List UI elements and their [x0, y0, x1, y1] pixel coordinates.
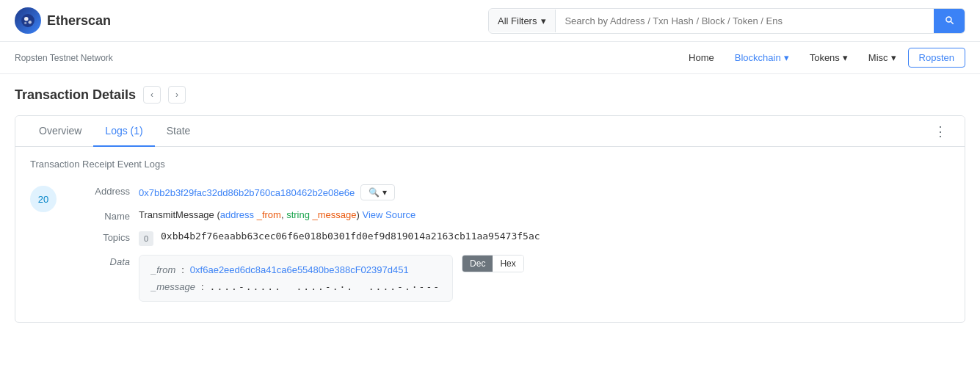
- topic-item: 0 0xbb4b2f76eaabb63cec06f6e018b0301fd0ef…: [139, 231, 950, 246]
- name-var1: _from: [257, 209, 281, 220]
- filter-dropdown[interactable]: All Filters ▾: [489, 10, 556, 32]
- nav-misc-label: Misc: [868, 52, 888, 63]
- log-number: 20: [30, 186, 57, 212]
- filter-label: All Filters: [498, 15, 537, 26]
- nav-tokens[interactable]: Tokens ▾: [801, 48, 857, 68]
- data-row: Data _from : 0xf6ae2eed6dc8a41ca6e55480b…: [71, 255, 950, 302]
- data-from-value[interactable]: 0xf6ae2eed6dc8a41ca6e55480be388cF02397d4…: [190, 264, 409, 275]
- topics-label: Topics: [71, 231, 130, 243]
- ropsten-button[interactable]: Ropsten: [908, 48, 965, 68]
- chevron-down-icon: ▾: [541, 15, 546, 26]
- data-message-colon: :: [201, 281, 204, 292]
- address-label: Address: [71, 184, 130, 197]
- log-details: Address 0x7bb2b3f29fac32dd86b2b760ca1804…: [71, 184, 950, 311]
- search-button[interactable]: [934, 9, 965, 33]
- receipt-header: Transaction Receipt Event Logs: [30, 159, 950, 170]
- page-content: Transaction Details ‹ › Overview Logs (1…: [0, 74, 980, 335]
- prev-arrow[interactable]: ‹: [143, 86, 161, 104]
- nav-misc[interactable]: Misc ▾: [860, 48, 905, 68]
- nav-blockchain-label: Blockchain: [735, 52, 781, 63]
- logo-icon: [15, 7, 41, 34]
- tab-logs[interactable]: Logs (1): [93, 116, 154, 147]
- name-suffix: ): [357, 209, 360, 220]
- nav-tokens-label: Tokens: [810, 52, 840, 63]
- logo-text: Etherscan: [47, 13, 111, 29]
- data-area-wrapper: _from : 0xf6ae2eed6dc8a41ca6e55480be388c…: [139, 255, 524, 302]
- nav-links: Home Blockchain ▾ Tokens ▾ Misc ▾ Ropste…: [680, 48, 965, 68]
- network-badge: Ropsten Testnet Network: [15, 53, 113, 63]
- tab-state[interactable]: State: [155, 116, 203, 147]
- tab-overview[interactable]: Overview: [27, 116, 93, 147]
- nav-home-label: Home: [689, 52, 714, 63]
- hex-button[interactable]: Hex: [493, 256, 523, 272]
- topic-index: 0: [139, 231, 153, 246]
- nav-blockchain[interactable]: Blockchain ▾: [726, 48, 798, 68]
- data-from-colon: :: [181, 264, 184, 275]
- logo-link[interactable]: Etherscan: [15, 7, 111, 34]
- search-icon: 🔍: [369, 187, 380, 198]
- data-box: _from : 0xf6ae2eed6dc8a41ca6e55480be388c…: [139, 255, 453, 302]
- address-row: Address 0x7bb2b3f29fac32dd86b2b760ca1804…: [71, 184, 950, 200]
- name-prefix: TransmitMessage (: [139, 209, 220, 220]
- data-from-key: _from: [151, 264, 175, 275]
- name-row: Name TransmitMessage (address _from, str…: [71, 209, 950, 222]
- dec-hex-toggle: Dec Hex: [462, 255, 524, 272]
- search-bar: All Filters ▾: [488, 8, 965, 34]
- tabs-header: Overview Logs (1) State ⋮: [15, 116, 965, 147]
- name-label: Name: [71, 209, 130, 222]
- sub-header: Ropsten Testnet Network Home Blockchain …: [0, 42, 980, 74]
- data-label: Data: [71, 255, 130, 267]
- data-message-value: ....-..... ....-.·. ....-.·---: [210, 281, 440, 292]
- next-arrow[interactable]: ›: [168, 86, 186, 104]
- tabs-container: Overview Logs (1) State ⋮ Transaction Re…: [15, 115, 965, 323]
- data-message-key: _message: [151, 281, 195, 292]
- address-link[interactable]: 0x7bb2b3f29fac32dd86b2b760ca180462b2e08e…: [139, 187, 355, 198]
- nav-home[interactable]: Home: [680, 48, 723, 68]
- topic-hash: 0xbb4b2f76eaabb63cec06f6e018b0301fd0ef9d…: [161, 231, 540, 242]
- name-comma: ,: [281, 209, 284, 220]
- name-var2: _message: [313, 209, 357, 220]
- page-title: Transaction Details: [15, 87, 136, 103]
- chevron-down-icon: ▾: [784, 52, 789, 63]
- svg-point-1: [24, 17, 29, 21]
- name-param1[interactable]: address: [220, 209, 254, 220]
- chevron-down-icon: ▾: [891, 52, 896, 63]
- tabs-menu-icon[interactable]: ⋮: [928, 117, 953, 145]
- dec-button[interactable]: Dec: [462, 256, 493, 272]
- topics-value: 0 0xbb4b2f76eaabb63cec06f6e018b0301fd0ef…: [139, 231, 950, 246]
- data-from-row: _from : 0xf6ae2eed6dc8a41ca6e55480be388c…: [151, 264, 440, 275]
- log-entry: 20 Address 0x7bb2b3f29fac32dd86b2b760ca1…: [30, 184, 950, 311]
- address-value-area: 0x7bb2b3f29fac32dd86b2b760ca180462b2e08e…: [139, 184, 950, 200]
- chevron-down-icon: ▾: [382, 187, 387, 198]
- svg-point-0: [21, 14, 35, 27]
- name-value: TransmitMessage (address _from, string _…: [139, 209, 950, 220]
- svg-point-3: [24, 22, 26, 24]
- data-message-row: _message : ....-..... ....-.·. ....-.·--…: [151, 281, 440, 292]
- tab-logs-content: Transaction Receipt Event Logs 20 Addres…: [15, 147, 965, 322]
- svg-point-2: [29, 21, 32, 23]
- name-param2[interactable]: string: [286, 209, 310, 220]
- view-source-link[interactable]: View Source: [363, 209, 416, 220]
- address-search-dropdown[interactable]: 🔍 ▾: [360, 184, 395, 200]
- search-input[interactable]: [556, 10, 934, 32]
- page-title-area: Transaction Details ‹ ›: [15, 86, 965, 104]
- chevron-down-icon: ▾: [843, 52, 848, 63]
- topics-row: Topics 0 0xbb4b2f76eaabb63cec06f6e018b03…: [71, 231, 950, 246]
- header: Etherscan All Filters ▾: [0, 0, 980, 42]
